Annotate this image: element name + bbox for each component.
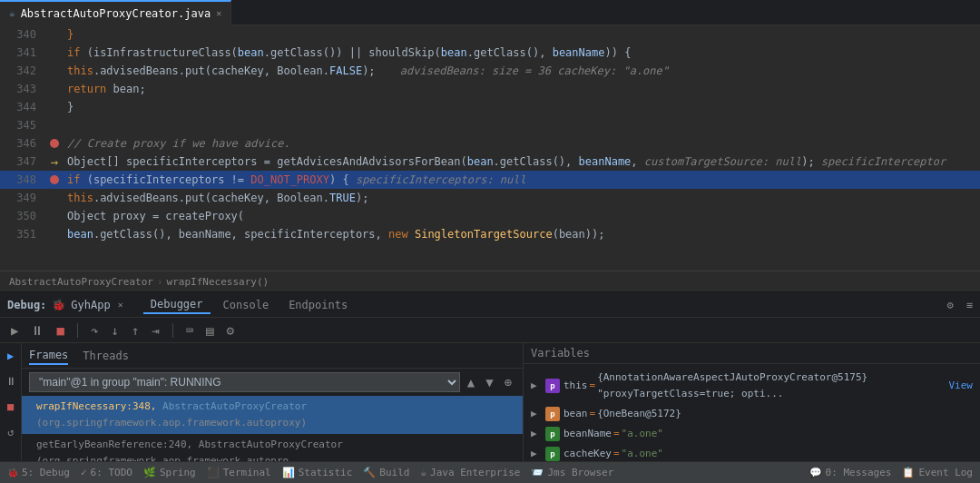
threads-tab[interactable]: Threads xyxy=(83,348,129,364)
event-log-icon: 📋 xyxy=(902,467,915,478)
var-item-bean[interactable]: ▶ p bean = {OneBean@5172} xyxy=(524,404,980,424)
pause-strip-btn[interactable]: ⏸ xyxy=(2,372,20,390)
breadcrumb: AbstractAutoProxyCreator › wrapIfNecessa… xyxy=(0,271,980,292)
code-line-351: 351 bean.getClass(), beanName, specificI… xyxy=(0,225,980,243)
status-bar: 🐞 5: Debug ✓ 6: TODO 🌿 Spring ⬛ Terminal… xyxy=(0,461,980,483)
java-file-icon: ☕ xyxy=(9,7,15,19)
status-terminal[interactable]: ⬛ Terminal xyxy=(207,467,271,478)
frames-panel: Frames Threads "main"@1 in group "main":… xyxy=(22,343,524,461)
status-todo-label: 6: TODO xyxy=(91,467,132,478)
var-icon-beanname: p xyxy=(545,427,560,441)
thread-filter-btn[interactable]: ⊕ xyxy=(501,373,515,391)
frames-btn[interactable]: ▤ xyxy=(202,321,217,340)
frames-tabs: Frames Threads xyxy=(22,343,523,369)
thread-select-dropdown[interactable]: "main"@1 in group "main": RUNNING xyxy=(29,372,460,392)
code-line-342: 342 this.advisedBeans.put(cacheKey, Bool… xyxy=(0,62,980,80)
var-item-this[interactable]: ▶ p this = {AnnotationAwareAspectJAutoPr… xyxy=(524,368,980,404)
var-icon-bean: p xyxy=(545,407,560,421)
status-messages[interactable]: 💬 0: Messages xyxy=(809,467,892,478)
breakpoint-346[interactable] xyxy=(50,139,59,148)
code-lines: 340 } 341 if (isInfrastructureClass(bean… xyxy=(0,25,980,271)
stop-strip-btn[interactable]: ■ xyxy=(2,398,20,416)
status-right: 💬 0: Messages 📋 Event Log xyxy=(809,467,973,478)
code-line-341: 341 if (isInfrastructureClass(bean.getCl… xyxy=(0,44,980,62)
code-line-344: 344 } xyxy=(0,98,980,116)
status-terminal-label: Terminal xyxy=(223,467,271,478)
code-line-346: 346 // Create proxy if we have advice. xyxy=(0,134,980,153)
debug-inner: ▶ ⏸ ■ ↺ Frames Threads "main"@1 in group… xyxy=(0,343,980,461)
settings2-btn[interactable]: ⚙ xyxy=(223,321,238,340)
status-debug[interactable]: 🐞 5: Debug xyxy=(7,467,70,478)
jms-icon: 📨 xyxy=(531,467,544,478)
debug-toolbar: ▶ ⏸ ■ ↷ ↓ ↑ ⇥ ⌨ ▤ ⚙ xyxy=(0,318,980,343)
debug-app-tab[interactable]: 🐞 xyxy=(52,299,65,311)
thread-nav-up[interactable]: ▲ xyxy=(464,373,478,391)
tab-bar: ☕ AbstractAutoProxyCreator.java ✕ xyxy=(0,0,980,25)
step-into-btn[interactable]: ↓ xyxy=(107,321,122,340)
debug-header: Debug: 🐞 GyhApp ✕ Debugger Console Endpo… xyxy=(0,292,980,318)
play-strip-btn[interactable]: ▶ xyxy=(2,347,20,365)
variables-panel: Variables ▶ p this = {AnnotationAwareAsp… xyxy=(524,343,980,461)
status-statistic[interactable]: 📊 Statistic xyxy=(282,467,353,478)
debug-left-strip: ▶ ⏸ ■ ↺ xyxy=(0,343,22,461)
status-java-label: Java Enterprise xyxy=(430,467,520,478)
var-item-beanname[interactable]: ▶ p beanName = "a.one" xyxy=(524,424,980,444)
status-jms[interactable]: 📨 Jms Browser xyxy=(531,467,613,478)
code-editor: 340 } 341 if (isInfrastructureClass(bean… xyxy=(0,25,980,271)
java-enterprise-icon: ☕ xyxy=(420,467,426,478)
code-line-345: 345 xyxy=(0,116,980,134)
status-event-log[interactable]: 📋 Event Log xyxy=(902,467,973,478)
tab-close-button[interactable]: ✕ xyxy=(216,8,221,18)
debug-panel-toggle[interactable]: ≡ xyxy=(966,299,973,311)
breadcrumb-method[interactable]: wrapIfNecessary() xyxy=(167,276,270,288)
var-view-this[interactable]: View xyxy=(949,378,974,394)
breadcrumb-class[interactable]: AbstractAutoProxyCreator xyxy=(9,276,153,288)
spring-icon: 🌿 xyxy=(143,467,156,478)
status-spring[interactable]: 🌿 Spring xyxy=(143,467,196,478)
tab-debugger[interactable]: Debugger xyxy=(143,296,211,314)
statistic-icon: 📊 xyxy=(282,467,295,478)
evaluate-btn[interactable]: ⌨ xyxy=(182,321,197,340)
debug-app-close[interactable]: ✕ xyxy=(118,300,123,310)
code-line-340: 340 } xyxy=(0,25,980,44)
step-out-btn[interactable]: ↑ xyxy=(128,321,142,340)
stack-frame-1[interactable]: getEarlyBeanReference:240, AbstractAutoP… xyxy=(22,434,523,461)
status-build-label: Build xyxy=(379,467,409,478)
terminal-icon: ⬛ xyxy=(207,467,220,478)
status-statistic-label: Statistic xyxy=(299,467,353,478)
variables-list: ▶ p this = {AnnotationAwareAspectJAutoPr… xyxy=(524,364,980,461)
tab-endpoints[interactable]: Endpoints xyxy=(281,297,355,313)
status-spring-label: Spring xyxy=(160,467,196,478)
frames-tab[interactable]: Frames xyxy=(29,347,68,365)
status-build[interactable]: 🔨 Build xyxy=(363,467,409,478)
var-icon-this: p xyxy=(545,379,560,393)
tab-console[interactable]: Console xyxy=(216,297,277,313)
editor-tab[interactable]: ☕ AbstractAutoProxyCreator.java ✕ xyxy=(0,0,231,25)
debug-app-label[interactable]: GyhApp xyxy=(71,299,110,311)
status-todo[interactable]: ✓ 6: TODO xyxy=(81,467,132,478)
thread-selector: "main"@1 in group "main": RUNNING ▲ ▼ ⊕ xyxy=(22,369,523,396)
status-event-log-label: Event Log xyxy=(918,467,973,478)
debug-settings-btn[interactable]: ⚙ xyxy=(947,299,954,311)
var-icon-cachekey: p xyxy=(545,447,560,461)
tab-label: AbstractAutoProxyCreator.java xyxy=(21,7,211,20)
thread-nav-down[interactable]: ▼ xyxy=(482,373,496,391)
resume-btn[interactable]: ▶ xyxy=(7,321,22,340)
stop-btn[interactable]: ■ xyxy=(53,321,67,340)
step-over-btn[interactable]: ↷ xyxy=(87,321,102,340)
pause-btn[interactable]: ⏸ xyxy=(27,321,47,340)
breakpoint-348[interactable] xyxy=(50,175,59,184)
stack-frame-0[interactable]: wrapIfNecessary:348, AbstractAutoProxyCr… xyxy=(22,396,523,434)
run-to-cursor-btn[interactable]: ⇥ xyxy=(148,321,162,340)
code-line-350: 350 Object proxy = createProxy( xyxy=(0,207,980,225)
messages-icon: 💬 xyxy=(809,467,822,478)
status-messages-label: 0: Messages xyxy=(826,467,892,478)
status-jms-label: Jms Browser xyxy=(547,467,613,478)
restart-strip-btn[interactable]: ↺ xyxy=(2,423,20,441)
code-line-347: 347 → Object[] specificInterceptors = ge… xyxy=(0,153,980,171)
var-item-cachekey[interactable]: ▶ p cacheKey = "a.one" xyxy=(524,444,980,461)
status-debug-label: 5: Debug xyxy=(22,467,70,478)
status-java-enterprise[interactable]: ☕ Java Enterprise xyxy=(420,467,520,478)
code-line-343: 343 return bean; xyxy=(0,80,980,98)
code-line-349: 349 this.advisedBeans.put(cacheKey, Bool… xyxy=(0,189,980,207)
